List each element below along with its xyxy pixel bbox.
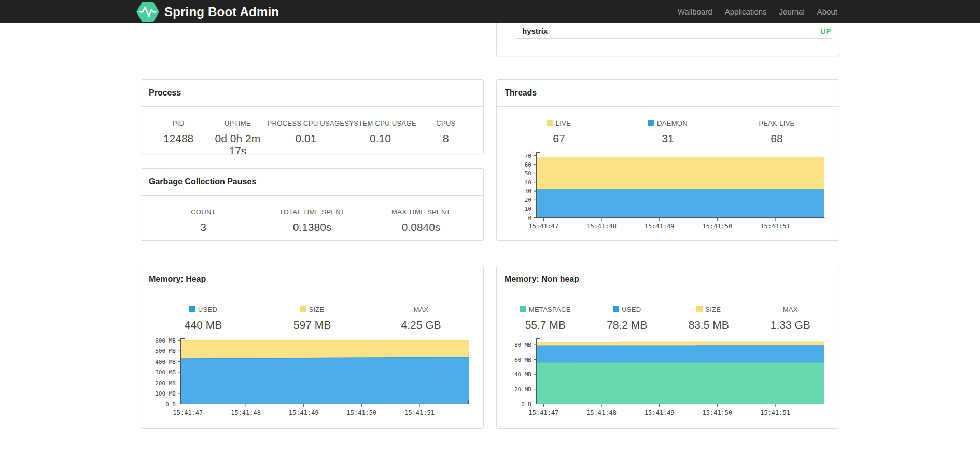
- svg-text:70: 70: [525, 153, 531, 159]
- legend-value: 31: [613, 132, 722, 145]
- legend-threads-daemon: DAEMON 31: [613, 119, 722, 145]
- legend-label: METASPACE: [505, 306, 586, 314]
- stat-label: MAX TIME SPENT: [367, 208, 475, 216]
- legend-swatch-used: [613, 306, 619, 312]
- memory-nonheap-card-heading: Memory: Non heap: [497, 266, 839, 293]
- svg-text:15:41:50: 15:41:50: [703, 409, 733, 416]
- stat-label: UPTIME: [208, 119, 267, 127]
- svg-text:15:41:49: 15:41:49: [645, 409, 675, 416]
- legend-label: MAX: [750, 306, 832, 314]
- stat-label: COUNT: [149, 208, 258, 216]
- legend-value: 1.33 GB: [750, 319, 832, 331]
- page-title-memory-heap: Memory: Heap: [149, 275, 206, 283]
- legend-value: 4.25 GB: [367, 319, 475, 331]
- stat-label: TOTAL TIME SPENT: [258, 208, 367, 216]
- svg-text:15:41:51: 15:41:51: [760, 409, 790, 416]
- svg-text:80 MB: 80 MB: [514, 342, 531, 348]
- legend-value: 440 MB: [149, 319, 258, 331]
- stat-label: PROCESS CPU USAGE: [267, 119, 344, 127]
- stat-value: 0.01: [267, 132, 344, 145]
- stat-cpus: CPUS 8: [416, 119, 475, 154]
- stat-uptime: UPTIME 0d 0h 2m 17s: [208, 119, 267, 154]
- brand-title: Spring Boot Admin: [164, 5, 279, 19]
- legend-value: 597 MB: [258, 319, 367, 331]
- svg-text:15:41:51: 15:41:51: [404, 409, 435, 416]
- legend-label: MAX: [367, 306, 475, 314]
- legend-threads-live: LIVE 67: [505, 119, 613, 145]
- legend-nonheap-max: MAX 1.33 GB: [750, 306, 832, 331]
- health-item-name: hystrix: [522, 26, 548, 35]
- legend-swatch-size: [696, 306, 703, 312]
- legend-swatch-daemon: [648, 120, 654, 126]
- svg-text:30: 30: [525, 188, 531, 195]
- stat-value: 0d 0h 2m 17s: [208, 132, 267, 154]
- nav-item-applications[interactable]: Applications: [719, 0, 773, 23]
- process-card: Process PID 12488 UPTIME 0d 0h 2m 17s PR…: [141, 79, 484, 154]
- legend-value: 55.7 MB: [505, 319, 586, 331]
- brand-link[interactable]: Spring Boot Admin: [136, 2, 279, 22]
- legend-heap-size: SIZE 597 MB: [258, 306, 367, 331]
- svg-text:15:41:48: 15:41:48: [586, 409, 617, 416]
- page-title-threads: Threads: [505, 88, 537, 97]
- stat-gc-count: COUNT 3: [149, 208, 258, 234]
- svg-text:60: 60: [525, 161, 531, 168]
- memory-nonheap-card: Memory: Non heap METASPACE 55.7 MB USED …: [496, 266, 839, 429]
- threads-card: Threads LIVE 67 DAEMON 31 PEAK LIVE 68 0…: [496, 79, 839, 241]
- svg-text:400 MB: 400 MB: [155, 359, 176, 365]
- svg-text:15:41:50: 15:41:50: [347, 409, 377, 416]
- status-badge: UP: [821, 27, 832, 35]
- svg-text:100 MB: 100 MB: [155, 390, 176, 397]
- legend-nonheap-used: USED 78.2 MB: [586, 306, 668, 331]
- svg-text:40: 40: [525, 179, 531, 186]
- legend-swatch-used: [189, 306, 195, 312]
- stat-value: 0.1380s: [258, 221, 367, 234]
- svg-text:0 B: 0 B: [521, 401, 531, 408]
- process-card-heading: Process: [141, 80, 483, 107]
- stat-label: PID: [149, 119, 208, 127]
- svg-text:50: 50: [525, 170, 531, 177]
- nav-item-about[interactable]: About: [811, 0, 844, 23]
- left-column: Process PID 12488 UPTIME 0d 0h 2m 17s PR…: [141, 23, 484, 429]
- svg-text:15:41:47: 15:41:47: [529, 223, 559, 230]
- right-column: hystrix UP Threads LIVE 67 DAEMON 31 PEA…: [496, 23, 839, 429]
- legend-label: USED: [149, 306, 258, 314]
- svg-text:15:41:49: 15:41:49: [289, 409, 319, 416]
- nav-item-journal[interactable]: Journal: [773, 0, 811, 23]
- nav-item-wallboard[interactable]: Wallboard: [671, 0, 719, 23]
- gc-card-heading: Garbage Collection Pauses: [141, 169, 483, 196]
- health-item-hystrix: hystrix UP: [515, 23, 832, 39]
- memory-heap-legend: USED 440 MB SIZE 597 MB MAX 4.25 GB: [141, 293, 483, 331]
- memory-heap-card-heading: Memory: Heap: [141, 266, 483, 293]
- navbar-inner: Spring Boot Admin Wallboard Applications…: [136, 0, 844, 23]
- svg-text:300 MB: 300 MB: [155, 369, 176, 376]
- threads-legend: LIVE 67 DAEMON 31 PEAK LIVE 68: [497, 107, 839, 145]
- stat-pid: PID 12488: [149, 119, 208, 154]
- threads-chart: 01020304050607015:41:4715:41:4815:41:491…: [505, 152, 831, 232]
- svg-text:20 MB: 20 MB: [514, 386, 531, 393]
- svg-text:15:41:48: 15:41:48: [586, 223, 617, 230]
- svg-text:15:41:47: 15:41:47: [529, 409, 559, 416]
- memory-nonheap-legend: METASPACE 55.7 MB USED 78.2 MB SIZE 83.5…: [497, 293, 839, 331]
- stat-label: CPUS: [416, 119, 475, 127]
- svg-text:10: 10: [525, 206, 531, 212]
- legend-nonheap-size: SIZE 83.5 MB: [668, 306, 750, 331]
- threads-card-heading: Threads: [497, 80, 839, 107]
- memory-heap-chart: 0 B100 MB200 MB300 MB400 MB500 MB600 MB1…: [149, 338, 475, 418]
- page-title-memory-nonheap: Memory: Non heap: [505, 275, 579, 283]
- legend-label: DAEMON: [613, 119, 722, 127]
- stat-value: 0.0840s: [367, 221, 475, 234]
- svg-text:500 MB: 500 MB: [155, 348, 176, 355]
- legend-heap-used: USED 440 MB: [149, 306, 258, 331]
- gc-stats: COUNT 3 TOTAL TIME SPENT 0.1380s MAX TIM…: [141, 196, 483, 234]
- stat-value: 3: [149, 221, 258, 234]
- svg-text:200 MB: 200 MB: [155, 380, 176, 387]
- stat-gc-max-time: MAX TIME SPENT 0.0840s: [367, 208, 475, 234]
- svg-text:20: 20: [525, 197, 531, 203]
- navbar: Spring Boot Admin Wallboard Applications…: [0, 0, 980, 23]
- stat-value: 0.10: [344, 132, 416, 145]
- svg-text:15:41:50: 15:41:50: [703, 223, 733, 230]
- legend-label: USED: [586, 306, 668, 314]
- legend-swatch-metaspace: [520, 306, 526, 312]
- legend-label: PEAK LIVE: [722, 119, 831, 127]
- page-title-process: Process: [149, 88, 181, 97]
